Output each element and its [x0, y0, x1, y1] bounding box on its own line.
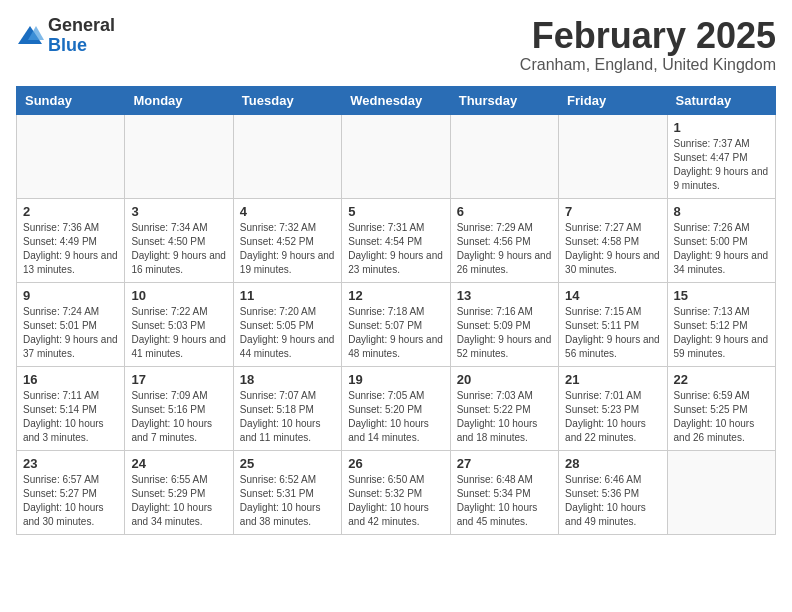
title-block: February 2025 Cranham, England, United K… [520, 16, 776, 74]
day-info: Sunrise: 7:31 AM Sunset: 4:54 PM Dayligh… [348, 221, 443, 277]
month-title: February 2025 [520, 16, 776, 56]
weekday-header: Sunday [17, 86, 125, 114]
calendar-day-cell [342, 114, 450, 198]
day-number: 22 [674, 372, 769, 387]
weekday-header: Saturday [667, 86, 775, 114]
weekday-header: Tuesday [233, 86, 341, 114]
logo-text: General Blue [48, 16, 115, 56]
logo-general: General [48, 16, 115, 36]
day-number: 16 [23, 372, 118, 387]
weekday-header: Wednesday [342, 86, 450, 114]
day-number: 2 [23, 204, 118, 219]
day-info: Sunrise: 6:59 AM Sunset: 5:25 PM Dayligh… [674, 389, 769, 445]
calendar-day-cell: 13Sunrise: 7:16 AM Sunset: 5:09 PM Dayli… [450, 282, 558, 366]
calendar-day-cell: 10Sunrise: 7:22 AM Sunset: 5:03 PM Dayli… [125, 282, 233, 366]
calendar-day-cell: 7Sunrise: 7:27 AM Sunset: 4:58 PM Daylig… [559, 198, 667, 282]
calendar-day-cell: 16Sunrise: 7:11 AM Sunset: 5:14 PM Dayli… [17, 366, 125, 450]
day-info: Sunrise: 7:15 AM Sunset: 5:11 PM Dayligh… [565, 305, 660, 361]
day-info: Sunrise: 7:16 AM Sunset: 5:09 PM Dayligh… [457, 305, 552, 361]
calendar-day-cell: 25Sunrise: 6:52 AM Sunset: 5:31 PM Dayli… [233, 450, 341, 534]
logo-blue: Blue [48, 36, 115, 56]
day-info: Sunrise: 7:37 AM Sunset: 4:47 PM Dayligh… [674, 137, 769, 193]
calendar-table: SundayMondayTuesdayWednesdayThursdayFrid… [16, 86, 776, 535]
day-number: 21 [565, 372, 660, 387]
calendar-day-cell: 9Sunrise: 7:24 AM Sunset: 5:01 PM Daylig… [17, 282, 125, 366]
day-info: Sunrise: 7:26 AM Sunset: 5:00 PM Dayligh… [674, 221, 769, 277]
calendar-day-cell [450, 114, 558, 198]
day-info: Sunrise: 7:24 AM Sunset: 5:01 PM Dayligh… [23, 305, 118, 361]
day-number: 1 [674, 120, 769, 135]
day-number: 7 [565, 204, 660, 219]
calendar-day-cell: 5Sunrise: 7:31 AM Sunset: 4:54 PM Daylig… [342, 198, 450, 282]
day-number: 13 [457, 288, 552, 303]
day-number: 19 [348, 372, 443, 387]
day-number: 5 [348, 204, 443, 219]
day-info: Sunrise: 7:32 AM Sunset: 4:52 PM Dayligh… [240, 221, 335, 277]
calendar-day-cell: 28Sunrise: 6:46 AM Sunset: 5:36 PM Dayli… [559, 450, 667, 534]
day-number: 23 [23, 456, 118, 471]
calendar-day-cell: 22Sunrise: 6:59 AM Sunset: 5:25 PM Dayli… [667, 366, 775, 450]
calendar-day-cell [559, 114, 667, 198]
day-info: Sunrise: 6:55 AM Sunset: 5:29 PM Dayligh… [131, 473, 226, 529]
calendar-day-cell [125, 114, 233, 198]
day-info: Sunrise: 6:57 AM Sunset: 5:27 PM Dayligh… [23, 473, 118, 529]
calendar-day-cell: 4Sunrise: 7:32 AM Sunset: 4:52 PM Daylig… [233, 198, 341, 282]
calendar-day-cell [667, 450, 775, 534]
day-info: Sunrise: 7:03 AM Sunset: 5:22 PM Dayligh… [457, 389, 552, 445]
calendar-week-row: 16Sunrise: 7:11 AM Sunset: 5:14 PM Dayli… [17, 366, 776, 450]
calendar-day-cell: 1Sunrise: 7:37 AM Sunset: 4:47 PM Daylig… [667, 114, 775, 198]
day-info: Sunrise: 7:36 AM Sunset: 4:49 PM Dayligh… [23, 221, 118, 277]
calendar-day-cell: 6Sunrise: 7:29 AM Sunset: 4:56 PM Daylig… [450, 198, 558, 282]
day-info: Sunrise: 6:50 AM Sunset: 5:32 PM Dayligh… [348, 473, 443, 529]
day-info: Sunrise: 6:48 AM Sunset: 5:34 PM Dayligh… [457, 473, 552, 529]
day-info: Sunrise: 6:52 AM Sunset: 5:31 PM Dayligh… [240, 473, 335, 529]
calendar-day-cell: 23Sunrise: 6:57 AM Sunset: 5:27 PM Dayli… [17, 450, 125, 534]
day-number: 14 [565, 288, 660, 303]
day-number: 10 [131, 288, 226, 303]
calendar-week-row: 2Sunrise: 7:36 AM Sunset: 4:49 PM Daylig… [17, 198, 776, 282]
day-number: 8 [674, 204, 769, 219]
weekday-header: Monday [125, 86, 233, 114]
calendar-week-row: 23Sunrise: 6:57 AM Sunset: 5:27 PM Dayli… [17, 450, 776, 534]
calendar-day-cell: 17Sunrise: 7:09 AM Sunset: 5:16 PM Dayli… [125, 366, 233, 450]
calendar-day-cell [17, 114, 125, 198]
day-number: 15 [674, 288, 769, 303]
day-number: 25 [240, 456, 335, 471]
day-number: 20 [457, 372, 552, 387]
day-number: 24 [131, 456, 226, 471]
calendar-day-cell: 12Sunrise: 7:18 AM Sunset: 5:07 PM Dayli… [342, 282, 450, 366]
day-number: 17 [131, 372, 226, 387]
day-number: 9 [23, 288, 118, 303]
calendar-day-cell: 19Sunrise: 7:05 AM Sunset: 5:20 PM Dayli… [342, 366, 450, 450]
logo-icon [16, 22, 44, 50]
page-header: General Blue February 2025 Cranham, Engl… [16, 16, 776, 74]
day-info: Sunrise: 7:07 AM Sunset: 5:18 PM Dayligh… [240, 389, 335, 445]
day-info: Sunrise: 7:05 AM Sunset: 5:20 PM Dayligh… [348, 389, 443, 445]
calendar-day-cell: 21Sunrise: 7:01 AM Sunset: 5:23 PM Dayli… [559, 366, 667, 450]
day-info: Sunrise: 7:27 AM Sunset: 4:58 PM Dayligh… [565, 221, 660, 277]
day-number: 12 [348, 288, 443, 303]
calendar-week-row: 1Sunrise: 7:37 AM Sunset: 4:47 PM Daylig… [17, 114, 776, 198]
day-number: 4 [240, 204, 335, 219]
calendar-day-cell: 20Sunrise: 7:03 AM Sunset: 5:22 PM Dayli… [450, 366, 558, 450]
weekday-header: Thursday [450, 86, 558, 114]
logo: General Blue [16, 16, 115, 56]
day-info: Sunrise: 7:11 AM Sunset: 5:14 PM Dayligh… [23, 389, 118, 445]
day-number: 27 [457, 456, 552, 471]
day-number: 26 [348, 456, 443, 471]
day-info: Sunrise: 7:18 AM Sunset: 5:07 PM Dayligh… [348, 305, 443, 361]
day-number: 18 [240, 372, 335, 387]
day-number: 28 [565, 456, 660, 471]
calendar-day-cell: 15Sunrise: 7:13 AM Sunset: 5:12 PM Dayli… [667, 282, 775, 366]
day-info: Sunrise: 7:20 AM Sunset: 5:05 PM Dayligh… [240, 305, 335, 361]
day-info: Sunrise: 6:46 AM Sunset: 5:36 PM Dayligh… [565, 473, 660, 529]
day-info: Sunrise: 7:13 AM Sunset: 5:12 PM Dayligh… [674, 305, 769, 361]
calendar-day-cell: 14Sunrise: 7:15 AM Sunset: 5:11 PM Dayli… [559, 282, 667, 366]
day-info: Sunrise: 7:09 AM Sunset: 5:16 PM Dayligh… [131, 389, 226, 445]
day-info: Sunrise: 7:22 AM Sunset: 5:03 PM Dayligh… [131, 305, 226, 361]
calendar-day-cell: 11Sunrise: 7:20 AM Sunset: 5:05 PM Dayli… [233, 282, 341, 366]
day-info: Sunrise: 7:29 AM Sunset: 4:56 PM Dayligh… [457, 221, 552, 277]
calendar-day-cell: 24Sunrise: 6:55 AM Sunset: 5:29 PM Dayli… [125, 450, 233, 534]
calendar-day-cell: 2Sunrise: 7:36 AM Sunset: 4:49 PM Daylig… [17, 198, 125, 282]
weekday-header-row: SundayMondayTuesdayWednesdayThursdayFrid… [17, 86, 776, 114]
